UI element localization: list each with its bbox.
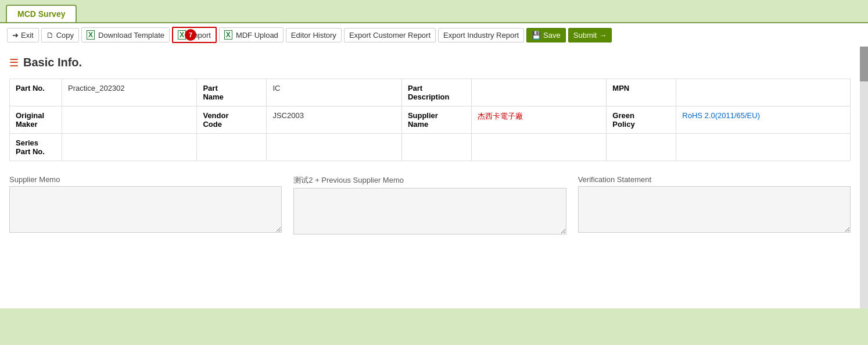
mpn-label: MPN [607, 79, 676, 106]
part-name-label: PartName [197, 79, 267, 106]
main-scroll: ☰ Basic Info. Part No. Practice_202302 P… [0, 47, 860, 308]
save-icon: 💾 [532, 31, 541, 40]
mpn-value [676, 79, 851, 106]
section-icon: ☰ [9, 56, 19, 69]
original-maker-value [62, 106, 197, 134]
basic-info-table: Part No. Practice_202302 PartName IC Par… [9, 79, 851, 161]
previous-memo-label: 测试2 + Previous Supplier Memo [293, 175, 566, 186]
editor-history-button[interactable]: Editor History [286, 28, 342, 42]
green-policy-value: RoHS 2.0(2011/65/EU) [676, 106, 851, 134]
submit-button[interactable]: Submit → [568, 28, 612, 42]
verification-item: Verification Statement [578, 175, 851, 236]
part-desc-label: PartDescription [401, 79, 471, 106]
exit-icon: ➜ [12, 31, 19, 40]
excel-icon-download: X [87, 30, 95, 40]
table-row: OriginalMaker VendorCode JSC2003 Supplie… [10, 106, 851, 134]
part-name-value: IC [267, 79, 401, 106]
supplier-memo-item: Supplier Memo [9, 175, 282, 236]
previous-memo-item: 测试2 + Previous Supplier Memo [293, 175, 566, 236]
supplier-memo-label: Supplier Memo [9, 175, 282, 184]
import-badge: 7 [185, 29, 196, 41]
verification-textarea[interactable] [578, 186, 851, 233]
mdf-upload-button[interactable]: X MDF Upload [219, 27, 284, 42]
section-header: ☰ Basic Info. [9, 56, 851, 69]
copy-button[interactable]: 🗋 Copy [41, 28, 79, 42]
table-row: SeriesPart No. [10, 134, 851, 161]
copy-icon: 🗋 [46, 31, 54, 40]
part-desc-value [471, 79, 606, 106]
supplier-name-label: SupplierName [401, 106, 471, 134]
toolbar: 7 ➜ Exit 🗋 Copy X Download Template X Im… [0, 22, 868, 47]
part-no-value: Practice_202302 [62, 79, 197, 106]
supplier-name-value: 杰西卡電子廠 [471, 106, 606, 134]
save-button[interactable]: 💾 Save [526, 28, 566, 42]
table-row: Part No. Practice_202302 PartName IC Par… [10, 79, 851, 106]
content-area: ☰ Basic Info. Part No. Practice_202302 P… [0, 47, 868, 308]
series-part-no-label: SeriesPart No. [10, 134, 62, 161]
previous-memo-textarea[interactable] [293, 188, 566, 234]
memo-section: Supplier Memo 测试2 + Previous Supplier Me… [9, 175, 851, 236]
mcd-survey-tab[interactable]: MCD Survey [6, 5, 77, 22]
verification-label: Verification Statement [578, 175, 851, 184]
vendor-code-value: JSC2003 [267, 106, 401, 134]
download-template-button[interactable]: X Download Template [81, 27, 170, 42]
main-content: ☰ Basic Info. Part No. Practice_202302 P… [0, 47, 860, 308]
original-maker-label: OriginalMaker [10, 106, 62, 134]
rohs-link[interactable]: RoHS 2.0(2011/65/EU) [682, 111, 760, 120]
supplier-memo-textarea[interactable] [9, 186, 282, 233]
export-industry-button[interactable]: Export Industry Report [438, 28, 524, 42]
part-no-label: Part No. [10, 79, 62, 106]
scrollbar[interactable] [860, 47, 868, 308]
green-policy-label: GreenPolicy [607, 106, 676, 134]
exit-button[interactable]: ➜ Exit [7, 28, 39, 42]
scrollbar-thumb[interactable] [860, 47, 868, 81]
arrow-icon: → [599, 31, 607, 40]
export-customer-button[interactable]: Export Customer Report [344, 28, 436, 42]
series-part-no-value [62, 134, 197, 161]
vendor-code-label: VendorCode [197, 106, 267, 134]
excel-icon-mdf: X [224, 30, 232, 40]
section-title: Basic Info. [23, 56, 82, 69]
